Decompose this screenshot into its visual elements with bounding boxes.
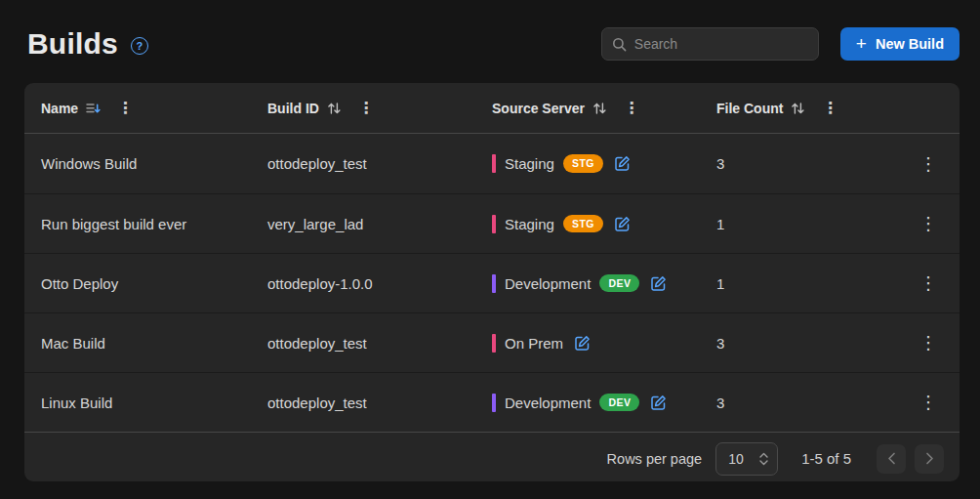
column-label-source-server: Source Server: [492, 101, 585, 116]
cell-source-server: On Prem: [492, 334, 716, 353]
column-menu-icon[interactable]: ⋮: [819, 101, 840, 116]
sort-active-icon[interactable]: [86, 102, 101, 115]
column-header-file-count[interactable]: File Count ⋮: [716, 101, 905, 116]
edit-icon[interactable]: [650, 275, 667, 292]
table-footer: Rows per page 10 1-5 of 5: [24, 432, 960, 481]
search-input[interactable]: [634, 36, 808, 52]
env-badge: STG: [563, 215, 603, 233]
cell-file-count: 3: [716, 155, 905, 172]
chevron-left-icon: [887, 452, 896, 465]
cell-source-server: Development DEV: [492, 274, 716, 293]
help-icon[interactable]: ?: [131, 37, 148, 55]
select-stepper-icon: [758, 452, 769, 466]
column-menu-icon[interactable]: ⋮: [621, 101, 642, 116]
sort-icon[interactable]: [592, 102, 607, 115]
pagination-range: 1-5 of 5: [801, 450, 851, 467]
table-row[interactable]: Otto Deploy ottodeploy-1.0.0 Development…: [24, 253, 960, 312]
cell-name: Windows Build: [41, 155, 267, 172]
cell-file-count: 3: [716, 395, 905, 411]
edit-icon[interactable]: [614, 216, 631, 232]
cell-source-server: Development DEV: [492, 394, 716, 412]
server-color-bar: [492, 394, 496, 412]
rows-per-page-value: 10: [728, 451, 744, 467]
server-color-bar: [492, 215, 496, 233]
column-menu-icon[interactable]: ⋮: [355, 101, 377, 116]
cell-source-server: Staging STG: [492, 154, 716, 173]
previous-page-button[interactable]: [877, 444, 906, 474]
sort-icon[interactable]: [327, 102, 342, 115]
rows-per-page-label: Rows per page: [607, 451, 703, 467]
server-name: Development: [505, 395, 591, 411]
new-build-button[interactable]: + New Build: [840, 27, 960, 61]
env-badge: DEV: [599, 394, 639, 412]
server-name: On Prem: [505, 335, 563, 352]
env-badge: STG: [563, 154, 603, 173]
column-label-name: Name: [41, 101, 78, 116]
table-row[interactable]: Run biggest build ever very_large_lad St…: [24, 193, 960, 253]
server-color-bar: [492, 334, 496, 353]
cell-build-id: ottodeploy-1.0.0: [267, 275, 492, 292]
page-title: Builds: [27, 27, 118, 61]
table-body: Windows Build ottodeploy_test Staging ST…: [24, 134, 960, 432]
row-menu-icon[interactable]: ⋮: [912, 270, 945, 296]
cell-build-id: ottodeploy_test: [267, 335, 492, 352]
search-icon: [612, 37, 627, 52]
cell-build-id: ottodeploy_test: [267, 155, 492, 172]
server-name: Staging: [505, 155, 554, 172]
new-build-label: New Build: [876, 36, 944, 52]
sort-icon[interactable]: [791, 102, 805, 115]
cell-name: Mac Build: [41, 335, 267, 352]
row-menu-icon[interactable]: ⋮: [912, 330, 945, 355]
cell-build-id: ottodeploy_test: [267, 395, 492, 411]
column-menu-icon[interactable]: ⋮: [114, 101, 136, 116]
server-color-bar: [492, 154, 496, 173]
server-name: Staging: [505, 216, 554, 232]
cell-file-count: 3: [716, 335, 905, 352]
plus-icon: +: [856, 34, 867, 53]
cell-file-count: 1: [716, 216, 905, 232]
edit-icon[interactable]: [614, 155, 631, 172]
cell-file-count: 1: [716, 275, 905, 292]
env-badge: DEV: [599, 274, 639, 293]
cell-name: Otto Deploy: [41, 275, 267, 292]
cell-name: Linux Build: [41, 395, 267, 411]
next-page-button[interactable]: [915, 444, 944, 474]
chevron-right-icon: [925, 452, 934, 465]
row-menu-icon[interactable]: ⋮: [912, 211, 945, 236]
cell-source-server: Staging STG: [492, 215, 716, 233]
cell-build-id: very_large_lad: [267, 216, 492, 232]
row-menu-icon[interactable]: ⋮: [912, 390, 945, 415]
server-name: Development: [505, 275, 591, 292]
column-header-name[interactable]: Name ⋮: [41, 101, 267, 116]
column-header-source-server[interactable]: Source Server ⋮: [492, 101, 716, 116]
column-label-build-id: Build ID: [267, 101, 319, 116]
cell-name: Run biggest build ever: [41, 216, 267, 232]
column-header-build-id[interactable]: Build ID ⋮: [267, 101, 492, 116]
server-color-bar: [492, 274, 496, 293]
row-menu-icon[interactable]: ⋮: [912, 151, 945, 177]
table-row[interactable]: Windows Build ottodeploy_test Staging ST…: [24, 134, 960, 193]
rows-per-page-select[interactable]: 10: [715, 442, 778, 476]
edit-icon[interactable]: [574, 335, 591, 352]
table-header-row: Name ⋮ Build ID ⋮ Source: [24, 83, 960, 134]
edit-icon[interactable]: [650, 395, 667, 411]
search-box[interactable]: [601, 27, 819, 61]
topbar: Builds ? + New Build: [0, 0, 980, 62]
table-row[interactable]: Linux Build ottodeploy_test Development …: [24, 372, 960, 432]
column-label-file-count: File Count: [716, 101, 783, 116]
builds-table: Name ⋮ Build ID ⋮ Source: [24, 83, 960, 481]
table-row[interactable]: Mac Build ottodeploy_test On Prem 3 ⋮: [24, 312, 960, 372]
